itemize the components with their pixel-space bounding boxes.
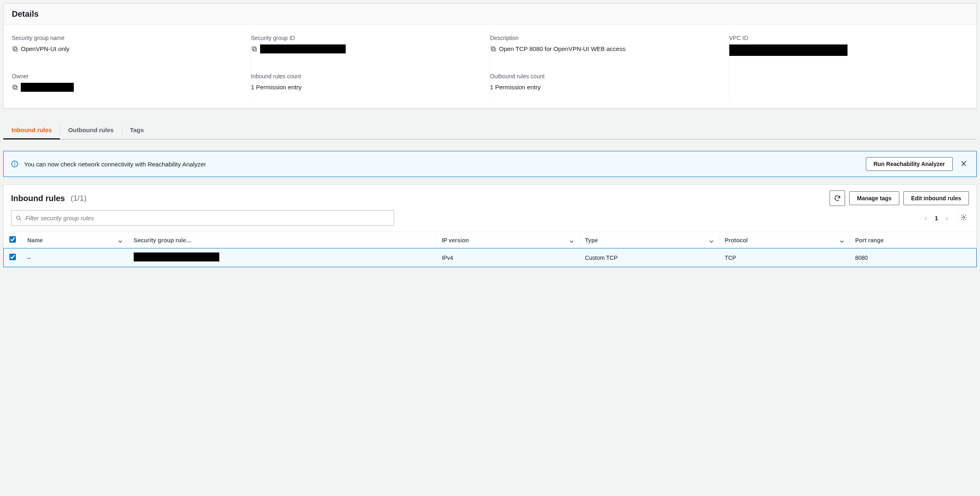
sort-icon[interactable] [118, 238, 122, 242]
svg-rect-7 [13, 85, 16, 89]
svg-rect-2 [253, 48, 256, 51]
svg-line-14 [20, 219, 21, 220]
cell-ip-version: IPv4 [436, 248, 579, 267]
col-rule-id[interactable]: Security group rule… [134, 237, 192, 244]
reachability-banner: You can now check network connectivity w… [3, 151, 977, 177]
svg-rect-1 [13, 47, 16, 50]
inbound-rules-table: Name Security group rule… IP version Typ… [4, 232, 976, 267]
details-panel: Details Security group name OpenVPN-UI o… [3, 3, 977, 108]
col-protocol[interactable]: Protocol [725, 237, 748, 244]
table-row[interactable]: – IPv4 Custom TCP TCP 8080 [4, 248, 976, 267]
cell-protocol: TCP [719, 248, 850, 267]
tab-outbound-rules[interactable]: Outbound rules [60, 122, 122, 139]
field-value-vpc-id-redacted [729, 44, 848, 56]
inbound-rules-panel: Inbound rules (1/1) Manage tags Edit inb… [3, 184, 977, 267]
field-label-outbound-count: Outbound rules count [490, 73, 722, 80]
cell-port-range: 8080 [850, 248, 976, 267]
copy-icon[interactable] [12, 84, 18, 91]
copy-icon[interactable] [251, 46, 258, 52]
sort-icon[interactable] [709, 238, 713, 242]
field-label-vpc-id: VPC ID [729, 35, 962, 41]
svg-point-13 [17, 216, 20, 219]
field-label-inbound-count: Inbound rules count [251, 73, 483, 80]
details-title: Details [12, 9, 968, 19]
copy-icon[interactable] [490, 46, 497, 52]
rules-panel-count: (1/1) [71, 194, 86, 203]
field-value-inbound-count: 1 Permission entry [251, 83, 483, 91]
gear-icon[interactable] [958, 212, 969, 224]
svg-rect-4 [492, 48, 495, 51]
sort-icon[interactable] [840, 238, 844, 242]
field-value-outbound-count: 1 Permission entry [490, 83, 722, 91]
cell-type: Custom TCP [579, 248, 719, 267]
filter-input[interactable] [11, 210, 394, 226]
pager-prev[interactable]: ‹ [922, 213, 930, 224]
select-all-checkbox[interactable] [9, 236, 16, 243]
svg-point-9 [14, 162, 15, 163]
copy-icon[interactable] [12, 46, 18, 52]
field-value-owner-redacted [21, 83, 74, 92]
col-type[interactable]: Type [585, 237, 598, 244]
svg-rect-6 [14, 86, 17, 89]
svg-rect-5 [491, 47, 494, 50]
filter-text-field[interactable] [22, 213, 390, 223]
col-ip-version[interactable]: IP version [442, 237, 469, 244]
rules-panel-title: Inbound rules [11, 194, 65, 203]
refresh-button[interactable] [830, 190, 845, 206]
pager-page-number: 1 [935, 215, 938, 221]
field-label-description: Description [490, 35, 722, 41]
info-icon [11, 160, 18, 168]
close-icon[interactable] [958, 158, 969, 170]
tab-tags[interactable]: Tags [122, 122, 152, 139]
pager-next[interactable]: › [943, 213, 951, 224]
row-checkbox[interactable] [9, 254, 16, 260]
field-label-sg-name: Security group name [12, 35, 244, 41]
search-icon [15, 215, 22, 221]
cell-name: – [22, 248, 128, 267]
banner-text: You can now check network connectivity w… [24, 161, 860, 168]
col-port-range[interactable]: Port range [855, 237, 884, 244]
sort-icon[interactable] [569, 238, 574, 242]
tabs: Inbound rules Outbound rules Tags [3, 122, 977, 140]
cell-rule-id-redacted [134, 252, 219, 261]
run-reachability-analyzer-button[interactable]: Run Reachability Analyzer [866, 157, 953, 171]
svg-rect-0 [14, 48, 17, 51]
col-name[interactable]: Name [27, 237, 43, 244]
field-value-sg-name: OpenVPN-UI only [21, 44, 244, 53]
field-value-description: Open TCP 8080 for OpenVPN-UI WEB access [499, 44, 722, 53]
svg-rect-10 [14, 164, 15, 166]
edit-inbound-rules-button[interactable]: Edit inbound rules [903, 191, 969, 205]
svg-rect-3 [252, 47, 255, 50]
field-label-owner: Owner [12, 73, 244, 80]
svg-point-15 [963, 217, 965, 219]
field-value-sg-id-redacted [260, 44, 346, 53]
tab-inbound-rules[interactable]: Inbound rules [3, 122, 60, 139]
field-label-sg-id: Security group ID [251, 35, 483, 41]
manage-tags-button[interactable]: Manage tags [849, 191, 899, 205]
